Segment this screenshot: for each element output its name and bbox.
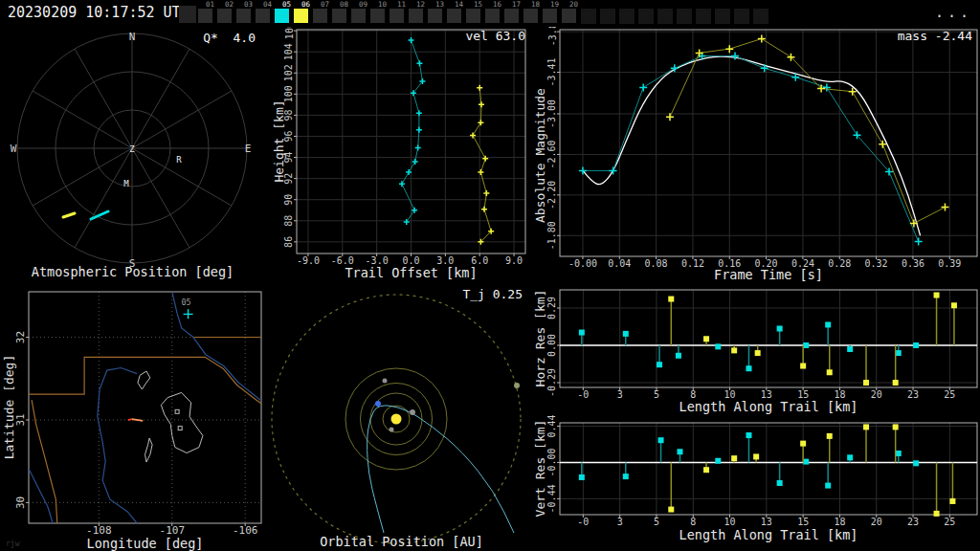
frame-box-19[interactable]: 19 bbox=[542, 0, 561, 26]
frame-indicator bbox=[294, 9, 308, 23]
frame-box-03[interactable]: 03 bbox=[235, 0, 255, 26]
frame-box-11[interactable]: 11 bbox=[389, 0, 408, 26]
frame-indicator bbox=[677, 9, 692, 24]
svg-text:-3.41: -3.41 bbox=[547, 57, 558, 86]
svg-text:-3.81: -3.81 bbox=[547, 27, 558, 46]
svg-text:-0: -0 bbox=[577, 517, 589, 527]
frame-label: 17 bbox=[512, 0, 521, 9]
frame-box-16[interactable]: 16 bbox=[484, 0, 503, 26]
mass-stat: mass -2.44 bbox=[898, 29, 972, 43]
frame-box-20[interactable]: 20 bbox=[561, 0, 580, 26]
svg-text:-0.44: -0.44 bbox=[547, 484, 558, 513]
frame-box-blank-24[interactable] bbox=[637, 0, 657, 26]
frame-indicator bbox=[600, 9, 615, 24]
svg-text:25: 25 bbox=[944, 517, 955, 527]
planet-venus bbox=[410, 409, 415, 415]
orbital-title: Orbital Position [AU] bbox=[271, 534, 532, 549]
svg-text:106: 106 bbox=[284, 27, 295, 39]
frame-indicator bbox=[409, 9, 423, 23]
frame-indicator bbox=[543, 9, 557, 23]
frame-indicator bbox=[734, 9, 749, 24]
frame-box-14[interactable]: 14 bbox=[446, 0, 465, 26]
frame-box-01[interactable]: 01 bbox=[197, 0, 216, 26]
frame-label: 13 bbox=[435, 0, 444, 9]
axis-frame: -9.0-6.0-3.00.03.06.09.08688909294969810… bbox=[284, 27, 526, 266]
terrain-contour bbox=[161, 392, 203, 452]
svg-text:18: 18 bbox=[834, 517, 845, 527]
frame-label: 18 bbox=[531, 0, 540, 9]
ground-track-tip bbox=[128, 419, 132, 420]
series-station-06 bbox=[666, 35, 948, 228]
polar-plot: NESWZRM bbox=[0, 27, 271, 282]
height-axis-label: Height [km] bbox=[272, 65, 286, 218]
frame-indicator bbox=[390, 9, 404, 23]
frame-box-10[interactable]: 10 bbox=[369, 0, 389, 26]
frame-label: 01 bbox=[206, 0, 214, 9]
frame-box-05[interactable]: 05 bbox=[274, 0, 293, 26]
frame-strip: 0102030405060708091011121314151617181920 bbox=[178, 0, 771, 26]
frame-label: 04 bbox=[263, 0, 272, 9]
svg-text:10: 10 bbox=[724, 517, 736, 527]
frame-box-blank-23[interactable] bbox=[618, 0, 637, 26]
terrain-peak bbox=[178, 427, 182, 430]
frame-label: 16 bbox=[493, 0, 501, 9]
svg-text:30: 30 bbox=[15, 496, 28, 509]
svg-text:-1.80: -1.80 bbox=[547, 221, 558, 250]
frame-box-04[interactable]: 04 bbox=[255, 0, 274, 26]
frame-indicator bbox=[447, 9, 461, 23]
frame-label: 10 bbox=[378, 0, 387, 9]
overflow-menu[interactable]: ... bbox=[935, 0, 972, 25]
frame-indicator bbox=[313, 9, 327, 23]
frame-indicator bbox=[351, 9, 366, 23]
frame-box-blank-28[interactable] bbox=[714, 0, 733, 26]
latitude-axis-label: Latitude [deg] bbox=[2, 331, 16, 484]
frame-box-02[interactable]: 02 bbox=[216, 0, 235, 26]
state-border bbox=[32, 400, 57, 523]
frame-box-07[interactable]: 07 bbox=[312, 0, 331, 26]
frame-indicator bbox=[485, 9, 500, 23]
magnitude-plot: -0.000.040.080.120.160.200.240.280.320.3… bbox=[532, 27, 980, 282]
svg-text:W: W bbox=[11, 143, 17, 155]
frame-box-12[interactable]: 12 bbox=[408, 0, 427, 26]
frame-box-17[interactable]: 17 bbox=[503, 0, 523, 26]
frame-box-blank-25[interactable] bbox=[657, 0, 676, 26]
frame-box-18[interactable]: 18 bbox=[523, 0, 542, 26]
q-reliability-stat: Q* 4.0 bbox=[203, 31, 256, 45]
tisserand-stat: T_j 0.25 bbox=[462, 287, 523, 301]
grid bbox=[297, 30, 525, 253]
orbit-plot bbox=[271, 282, 532, 551]
frame-box-06[interactable]: 06 bbox=[293, 0, 312, 26]
frame-indicator bbox=[696, 9, 711, 24]
frame-label: 11 bbox=[397, 0, 406, 9]
frame-box-blank-26[interactable] bbox=[676, 0, 695, 26]
timestamp: 20230209 10:17:52 UTC bbox=[8, 4, 189, 21]
frame-box-blank-0[interactable] bbox=[178, 0, 197, 26]
frame-box-blank-30[interactable] bbox=[752, 0, 771, 26]
series-station-05 bbox=[579, 53, 923, 246]
planet-jupiter bbox=[514, 383, 520, 388]
frame-box-13[interactable]: 13 bbox=[427, 0, 446, 26]
frame-indicator bbox=[256, 9, 270, 23]
frame-box-blank-22[interactable] bbox=[599, 0, 618, 26]
frame-box-blank-29[interactable] bbox=[733, 0, 752, 26]
frame-box-09[interactable]: 09 bbox=[350, 0, 369, 26]
frame-box-15[interactable]: 15 bbox=[465, 0, 484, 26]
terrain-peak bbox=[175, 409, 179, 413]
frame-indicator bbox=[523, 9, 538, 23]
frame-indicator bbox=[562, 9, 576, 23]
svg-text:13: 13 bbox=[761, 517, 772, 527]
map-panel: -108-107-10630313205 Latitude [deg] Long… bbox=[0, 282, 271, 551]
frame-box-blank-21[interactable] bbox=[580, 0, 599, 26]
residuals-panel: -0358101315182023250.290.00-0.29-0358101… bbox=[532, 282, 980, 551]
frame-box-blank-27[interactable] bbox=[695, 0, 714, 26]
ground-track bbox=[132, 419, 143, 421]
longitude-axis-label: Longitude [deg] bbox=[0, 536, 271, 551]
svg-text:0.44: 0.44 bbox=[547, 414, 558, 437]
frame-indicator bbox=[236, 9, 251, 23]
frame-box-08[interactable]: 08 bbox=[331, 0, 350, 26]
sun bbox=[391, 414, 402, 425]
map-plot: -108-107-10630313205 bbox=[0, 282, 271, 551]
frame-indicator bbox=[428, 9, 442, 23]
frame-label: 19 bbox=[550, 0, 559, 9]
svg-text:0.00: 0.00 bbox=[547, 334, 558, 357]
